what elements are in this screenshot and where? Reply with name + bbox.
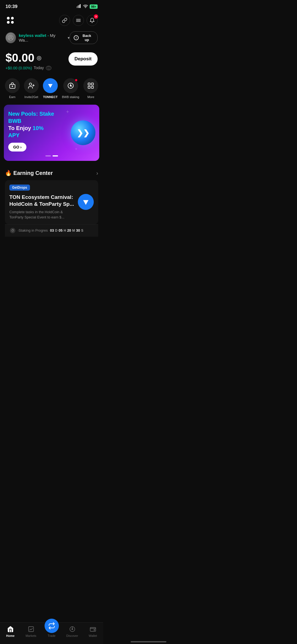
invite-icon-wrap: [24, 78, 39, 93]
invite-label: Invite2Get: [24, 95, 38, 99]
action-bwb-staking[interactable]: BWB staking: [62, 78, 79, 99]
banner-coin-image: ❯❯: [71, 120, 95, 145]
earning-center: 🔥 Earning Center › GetDrops TON Ecosyste…: [0, 165, 103, 239]
backup-alert-icon: !: [74, 35, 78, 40]
earning-card-text: TON Ecosystem Carnival: HoldCoin & TonPa…: [9, 194, 75, 220]
more-icon-wrap: [83, 78, 98, 93]
earning-card-icon: [78, 194, 94, 210]
earn-label: Earn: [9, 95, 15, 99]
signal-icon: [76, 4, 81, 9]
wallet-row: keyless wallet - My Wa... ▾ ! Back up: [0, 29, 103, 47]
svg-point-13: [29, 83, 32, 85]
app-logo[interactable]: [6, 15, 15, 25]
balance-period: Today ⓘ: [34, 66, 51, 71]
banner-title: New Pools: Stake BWB To Enjoy 10% APY: [8, 110, 56, 139]
banner-dot-2: [53, 155, 58, 156]
deposit-button[interactable]: Deposit: [68, 52, 98, 66]
battery-badge: 98+: [90, 4, 98, 9]
header-actions: 3: [59, 15, 98, 26]
svg-rect-0: [76, 6, 77, 8]
section-header: 🔥 Earning Center ›: [5, 170, 98, 176]
banner-dot-1: [45, 155, 51, 156]
status-bar: 10:39 98+: [0, 0, 103, 12]
wifi-icon: [83, 4, 88, 9]
deco-plus-1: +: [66, 109, 69, 115]
link-button[interactable]: [59, 15, 70, 26]
earning-card[interactable]: GetDrops TON Ecosystem Carnival: HoldCoi…: [5, 180, 98, 224]
notification-badge: 3: [94, 14, 98, 19]
header: 3: [0, 12, 103, 29]
balance-eye-icon[interactable]: ◎: [37, 55, 41, 61]
getdrops-badge: GetDrops: [9, 185, 30, 191]
earning-center-title: 🔥 Earning Center: [5, 170, 53, 176]
svg-rect-19: [92, 83, 94, 85]
earning-center-arrow-icon[interactable]: ›: [96, 170, 98, 176]
action-invite[interactable]: Invite2Get: [24, 78, 39, 99]
svg-rect-3: [80, 4, 81, 8]
staking-progress: ⏱ ·Staking in Progres 03 D 05 H 20 M 30 …: [5, 224, 98, 237]
promo-banner[interactable]: + + New Pools: Stake BWB To Enjoy 10% AP…: [4, 105, 99, 161]
backup-button[interactable]: ! Back up: [70, 31, 98, 44]
staking-clock-icon: ⏱: [10, 228, 15, 233]
wallet-info[interactable]: keyless wallet - My Wa... ▾: [6, 32, 70, 43]
balance-section: $0.00 ◎ +$0.00 (0.00%) Today ⓘ Deposit: [0, 47, 103, 73]
earning-card-desc: Complete tasks in the HoldCoin & TonPart…: [9, 210, 75, 220]
more-label: More: [87, 95, 94, 99]
action-tonnect[interactable]: TONNECT: [43, 78, 58, 99]
wallet-chevron-icon: ▾: [68, 36, 70, 40]
bwb-label: BWB staking: [62, 95, 79, 99]
svg-point-4: [85, 7, 86, 8]
svg-rect-21: [92, 86, 94, 88]
action-more[interactable]: More: [83, 78, 98, 99]
notification-button[interactable]: 3: [87, 15, 98, 26]
earning-card-title: TON Ecosystem Carnival: HoldCoin & TonPa…: [9, 194, 75, 207]
svg-point-17: [70, 85, 71, 86]
tonnect-label: TONNECT: [43, 95, 58, 99]
deco-plus-2: +: [75, 147, 77, 151]
bwb-notification-dot: [75, 79, 78, 82]
bwb-icon-wrap: [63, 78, 78, 93]
menu-button[interactable]: [73, 15, 84, 26]
wallet-avatar: [6, 32, 16, 43]
staking-timer: 03 D 05 H 20 M 30 S: [50, 228, 83, 232]
action-earn[interactable]: Earn: [5, 78, 20, 99]
banner-dots: [8, 155, 95, 156]
status-time: 10:39: [6, 4, 17, 9]
earning-card-content: TON Ecosystem Carnival: HoldCoin & TonPa…: [9, 194, 94, 220]
svg-rect-20: [88, 86, 90, 88]
svg-rect-1: [78, 6, 78, 8]
wallet-name: keyless wallet - My Wa...: [19, 33, 64, 42]
status-icons: 98+: [76, 4, 98, 9]
svg-rect-18: [88, 83, 90, 85]
balance-change: +$0.00 (0.00%) Today ⓘ: [6, 66, 51, 71]
balance-amount: $0.00 ◎: [6, 51, 51, 64]
balance-left: $0.00 ◎ +$0.00 (0.00%) Today ⓘ: [6, 51, 51, 71]
banner-go-button[interactable]: GO ›: [8, 143, 26, 151]
earn-icon-wrap: [5, 78, 20, 93]
quick-actions: Earn Invite2Get TONNECT: [0, 73, 103, 101]
svg-rect-2: [79, 5, 79, 8]
staking-label: ·Staking in Progres: [18, 228, 48, 232]
tonnect-icon-wrap: [43, 78, 58, 93]
